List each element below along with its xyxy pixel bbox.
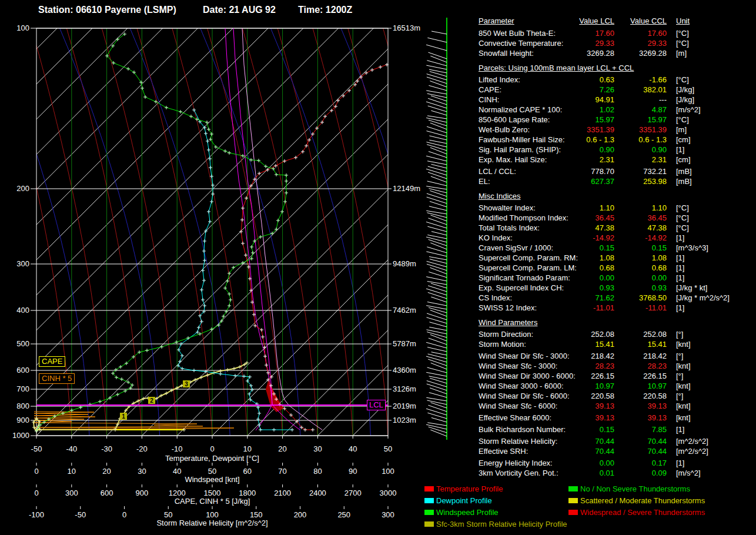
unit-label: [m] [676, 49, 687, 58]
value-ccl: 3351.39 [617, 125, 667, 134]
axis-tick-number: 2400 [300, 489, 335, 497]
value-ccl: -14.92 [617, 233, 667, 242]
value-ccl: 3768.50 [617, 293, 667, 302]
col-header-unit: Unit [676, 16, 690, 25]
unit-label: [m^2/s^2] [676, 447, 708, 456]
unit-label: [1] [676, 303, 684, 312]
param-label: Sig. Hail Param. (SHIP): [479, 145, 561, 154]
table-row: Significant Tornado Param:0.000.00[1] [0, 273, 756, 283]
axis-tick-number: -100 [19, 510, 54, 519]
unit-label: [°C] [676, 115, 689, 124]
unit-label: [1] [676, 233, 684, 242]
unit-label: [°C] [676, 223, 689, 232]
param-label: Wind Shear 3000 - 6000: [479, 382, 564, 390]
param-label: CS Index: [479, 293, 512, 302]
value-lcl: 0.63 [553, 75, 614, 84]
table-row: KO Index:-14.92-14.92[1] [0, 233, 756, 243]
value-ccl: 47.38 [617, 223, 667, 232]
param-label: SWISS 12 Index: [479, 303, 537, 312]
value-ccl: 4.87 [617, 105, 667, 114]
unit-label: [°C] [676, 75, 689, 84]
axis-tick-number: 50 [150, 510, 186, 519]
value-ccl: 218.42 [617, 352, 667, 360]
param-label: Craven SigSvr / 1000: [479, 243, 553, 252]
param-label: Exp. Max. Hail Size: [479, 155, 547, 164]
value-lcl: 0.00 [553, 459, 614, 467]
table-row: Wind Shear Dir Sfc - 6000:220.58220.58[°… [0, 392, 756, 401]
unit-label: [knt] [676, 382, 691, 390]
axis-tick-number: 0 [107, 510, 142, 519]
value-lcl: 3269.28 [553, 49, 614, 58]
unit-label: [°C] [676, 39, 689, 48]
value-lcl: -14.92 [553, 233, 614, 242]
value-lcl: 1.02 [553, 105, 614, 114]
table-row: Wind Shear 3000 - 6000:10.9710.97[knt] [0, 382, 756, 391]
value-lcl: 15.97 [553, 115, 614, 124]
param-label: 850 Wet Bulb Theta-E: [479, 29, 556, 38]
col-header-value-ccl: Value CCL [617, 16, 667, 25]
value-ccl: 226.15 [617, 372, 667, 380]
value-ccl: 0.90 [617, 145, 667, 154]
table-row: Convective Temperature:29.3329.33[°C] [0, 39, 756, 48]
legend-color-swatch [424, 521, 434, 527]
table-row: Storm Relative Helicity:70.4470.44[m^2/s… [0, 437, 756, 446]
unit-label: [knt] [676, 413, 691, 422]
value-ccl: 36.45 [617, 213, 667, 222]
axis-tick-number: 1200 [159, 489, 195, 497]
legend-label: Dewpoint Profile [436, 496, 492, 505]
param-label: Lifted Index: [479, 75, 520, 84]
legend-label: Widespread / Severe Thunderstorms [580, 508, 705, 517]
value-ccl: 252.08 [617, 330, 667, 339]
value-ccl: 15.41 [617, 340, 667, 349]
value-lcl: 1.08 [553, 253, 614, 262]
axis-tick-number: 900 [124, 489, 159, 497]
value-ccl: 2.31 [617, 155, 667, 164]
unit-label: [cm] [676, 155, 691, 164]
value-lcl: 0.6 - 1.3 [553, 135, 614, 144]
legend-item: Widespread / Severe Thunderstorms [568, 508, 756, 516]
axis-tick-number: 0 [19, 489, 54, 497]
table-row: Wet-Bulb Zero:3351.393351.39[m] [0, 125, 756, 135]
table-row: Storm Motion:15.4115.41[knt] [0, 340, 756, 349]
value-lcl: 0.00 [553, 273, 614, 282]
table-row: Storm Direction:252.08252.08[°] [0, 330, 756, 339]
value-ccl: 0.93 [617, 283, 667, 292]
unit-label: [°] [676, 352, 683, 360]
section-title: Wind Parameters [479, 318, 537, 327]
legend-item: No / Non Severe Thunderstorms [568, 484, 756, 493]
param-label: Effective SRH: [479, 447, 528, 456]
value-lcl: 39.13 [553, 413, 614, 422]
value-lcl: 15.41 [553, 340, 614, 349]
value-ccl: 220.58 [617, 392, 667, 400]
value-ccl: 7.85 [617, 425, 667, 434]
table-row: Sig. Hail Param. (SHIP):0.900.90[1] [0, 145, 756, 155]
param-label: Wind Shear Sfc - 6000: [479, 402, 557, 410]
legend-label: Sfc-3km Storm Relative Helicity Profile [436, 520, 567, 529]
legend-label: Temperature Profile [436, 484, 503, 493]
unit-label: [m^3/s^3] [676, 243, 708, 252]
value-ccl: 0.6 - 1.3 [617, 135, 667, 144]
axis-tick-number: 300 [370, 510, 406, 519]
unit-label: [mB] [676, 167, 692, 176]
param-label: Normalized CAPE * 100: [479, 105, 562, 114]
value-lcl: 29.33 [553, 39, 614, 48]
param-label: Storm Relative Helicity: [479, 437, 557, 446]
axis-tick-number: -50 [63, 510, 98, 519]
value-lcl: 1.10 [553, 203, 614, 212]
value-lcl: 36.45 [553, 213, 614, 222]
unit-label: [m] [676, 125, 687, 134]
unit-label: [°] [676, 372, 683, 380]
table-row: Wind Shear Sfc - 6000:39.1339.13[knt] [0, 402, 756, 411]
legend-label: Windspeed Profile [436, 508, 499, 517]
value-lcl: 627.37 [553, 177, 614, 186]
axis-tick-number: 250 [326, 510, 362, 519]
param-label: Energy Helicity Index: [479, 459, 553, 467]
value-ccl: 70.44 [617, 447, 667, 456]
value-lcl: -11.01 [553, 303, 614, 312]
legend-color-swatch [568, 486, 578, 491]
table-row: Effective Shear 6000:39.1339.13[knt] [0, 413, 756, 423]
section-title: Misc Indices [479, 192, 521, 200]
param-label: CAPE: [479, 85, 501, 94]
axis-title: Storm Relative Helicity [m^2/s^2] [156, 519, 267, 527]
param-label: Exp. Supercell Index CH: [479, 283, 564, 292]
